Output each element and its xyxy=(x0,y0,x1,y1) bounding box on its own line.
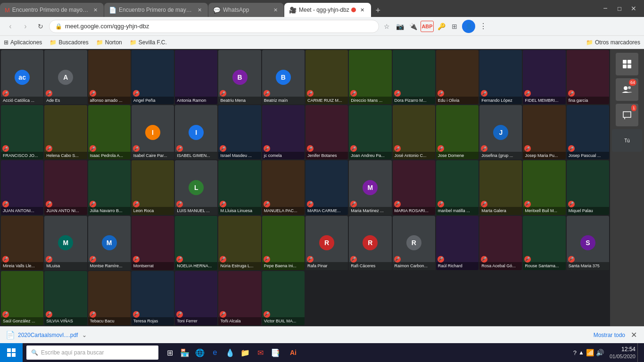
participant-cell[interactable]: M.Lluisa Linuesa🎤 xyxy=(218,160,261,214)
participant-cell[interactable]: Raúl Richard🎤 xyxy=(436,216,479,270)
help-icon[interactable]: ? xyxy=(573,349,577,356)
taskbar-icon-folder[interactable]: 📁 xyxy=(238,343,253,362)
network-icon[interactable]: 📶 xyxy=(586,349,594,356)
participant-cell[interactable]: RRafa Pinar🎤 xyxy=(305,216,348,270)
participant-cell[interactable]: RRafi Cáceres🎤 xyxy=(349,216,391,270)
participant-cell[interactable]: MMLuisa🎤 xyxy=(44,216,87,270)
taskbar-icon-chrome[interactable]: 🌐 xyxy=(192,343,207,362)
tab-meet[interactable]: 🎥 Meet - qgg-yhjn-dbz ✕ xyxy=(284,3,371,17)
participant-cell[interactable]: BBeatriz maín🎤 xyxy=(262,50,305,104)
participant-cell[interactable]: Isaac Pedrola A...🎤 xyxy=(88,105,131,159)
grid-icon[interactable]: ⊞ xyxy=(449,21,460,32)
participant-cell[interactable]: José Antonio C...🎤 xyxy=(393,105,435,159)
taskbar-icon-task[interactable]: ⊞ xyxy=(162,343,177,362)
participant-cell[interactable]: Marta Galera🎤 xyxy=(479,160,522,214)
participant-cell[interactable]: Saúl González ...🎤 xyxy=(1,271,43,325)
participant-cell[interactable]: Josep Pascual ...🎤 xyxy=(567,105,609,159)
participant-cell[interactable]: FRANCISCO JO...🎤 xyxy=(1,105,43,159)
extensions-icon[interactable]: 🔌 xyxy=(407,21,419,32)
participant-cell[interactable]: Rouse Santama...🎤 xyxy=(523,216,565,270)
tab-docs[interactable]: 📄 Encuentro Primero de mayo 202... ✕ xyxy=(104,3,208,17)
grid-view-button[interactable] xyxy=(616,53,638,75)
start-button[interactable] xyxy=(0,343,23,362)
participant-cell[interactable]: Montserrat🎤 xyxy=(132,216,174,270)
participant-cell[interactable]: Teresa Rojas🎤 xyxy=(132,271,174,325)
participant-cell[interactable]: Núria Estruga L...🎤 xyxy=(218,216,261,270)
taskbar-icon-dropbox[interactable]: 💧 xyxy=(223,343,238,362)
taskbar-icon-pdf[interactable]: 📑 xyxy=(268,343,283,362)
tab-whatsapp[interactable]: 💬 WhatsApp ✕ xyxy=(208,3,284,17)
participant-cell[interactable]: Pepe Baena Ini...🎤 xyxy=(262,216,305,270)
participant-cell[interactable]: SILVIA VIÑAS🎤 xyxy=(44,271,87,325)
bookmark-otros[interactable]: 📁 Otros marcadores xyxy=(586,39,640,46)
participant-cell[interactable]: MARIA ROSARI...🎤 xyxy=(393,160,435,214)
taskbar-icon-explorer[interactable]: e xyxy=(207,343,223,362)
show-all-button[interactable]: Mostrar todo xyxy=(594,332,625,338)
participant-cell[interactable]: CARME RUIZ M...🎤 xyxy=(305,50,348,104)
participant-cell[interactable]: Antonia Ramon xyxy=(175,50,217,104)
participant-cell[interactable]: MMontse Ramíre...🎤 xyxy=(88,216,131,270)
participant-cell[interactable]: MARIA CARME...🎤 xyxy=(305,160,348,214)
new-tab-button[interactable]: + xyxy=(372,4,385,17)
taskbar-icon-store[interactable]: 🏪 xyxy=(177,343,192,362)
participant-cell[interactable]: MANUELA PAC...🎤 xyxy=(262,160,305,214)
participant-cell[interactable]: JJosefina (grup ...🎤 xyxy=(479,105,522,159)
tab-whatsapp-close[interactable]: ✕ xyxy=(272,6,279,14)
profile-avatar[interactable]: 👤 xyxy=(462,20,475,33)
participant-cell[interactable]: Mireia Valls Lle...🎤 xyxy=(1,216,43,270)
show-desktop-button[interactable] xyxy=(637,343,640,362)
participant-cell[interactable]: Angel Peña🎤 xyxy=(132,50,174,104)
participant-cell[interactable]: Tebacu Bacu🎤 xyxy=(88,271,131,325)
participant-cell[interactable]: MMaria Martinez ...🎤 xyxy=(349,160,391,214)
tab-gmail[interactable]: M Encuentro Primero de mayo 202... ✕ xyxy=(0,3,104,17)
participant-cell[interactable]: Dora Pizarro M...🎤 xyxy=(393,50,435,104)
more-extensions[interactable]: 🔑 xyxy=(436,21,447,32)
participant-cell[interactable]: alfonso amado ...🎤 xyxy=(88,50,131,104)
participant-cell[interactable]: Toni Ferrer🎤 xyxy=(175,271,217,325)
taskbar-clock[interactable]: 12:54 01/05/2020 xyxy=(610,346,636,360)
participant-cell[interactable]: Júlia Navarro B...🎤 xyxy=(88,160,131,214)
participant-cell[interactable]: Victor BUIL MA...🎤 xyxy=(262,271,305,325)
self-view[interactable]: Tú xyxy=(612,129,642,152)
arrow-up-icon[interactable]: ▲ xyxy=(578,349,584,356)
participant-cell[interactable]: NOELIA HERNA...🎤 xyxy=(175,216,217,270)
bookmark-aplicaciones[interactable]: ⊞ Aplicaciones xyxy=(4,39,42,46)
forward-button[interactable]: › xyxy=(19,20,32,33)
maximize-button[interactable]: ◻ xyxy=(613,2,626,15)
participant-cell[interactable]: Joan Andreu Pa...🎤 xyxy=(349,105,391,159)
participant-cell[interactable]: Meritxell Buil M...🎤 xyxy=(523,160,565,214)
menu-button[interactable]: ⋮ xyxy=(477,21,488,32)
participant-cell[interactable]: Direccio Mans ...🎤 xyxy=(349,50,391,104)
tab-docs-close[interactable]: ✕ xyxy=(196,6,203,14)
back-button[interactable]: ‹ xyxy=(4,20,17,33)
participant-cell[interactable]: BBeatriu Mena🎤 xyxy=(218,50,261,104)
volume-icon[interactable]: 🔊 xyxy=(596,349,604,356)
camera-icon[interactable]: 📷 xyxy=(394,21,405,32)
tab-gmail-close[interactable]: ✕ xyxy=(91,6,99,14)
participant-cell[interactable]: FIDEL MEMBRI...🎤 xyxy=(523,50,565,104)
participant-cell[interactable]: Rosa Acebal Gó...🎤 xyxy=(479,216,522,270)
participants-button[interactable]: 64 xyxy=(616,78,638,101)
tab-meet-close[interactable]: ✕ xyxy=(359,6,366,14)
participant-cell[interactable]: RRaimon Carbon...🎤 xyxy=(393,216,435,270)
participant-cell[interactable]: IIsabel Caire Par...🎤 xyxy=(132,105,174,159)
participant-cell[interactable]: acAcció Catòlica ...🎤 xyxy=(1,50,43,104)
minimize-button[interactable]: − xyxy=(599,2,612,15)
bookmark-icon[interactable]: ☆ xyxy=(381,21,392,32)
participant-cell[interactable]: maribel matilla ...🎤 xyxy=(436,160,479,214)
bookmark-norton[interactable]: 📁 Norton xyxy=(96,39,122,46)
participant-cell[interactable]: fina garcia🎤 xyxy=(567,50,609,104)
participant-cell[interactable]: Jenifer Botanes🎤 xyxy=(305,105,348,159)
taskbar-search[interactable]: 🔍 Escribe aquí para buscar xyxy=(26,346,158,360)
download-chevron[interactable]: ⌄ xyxy=(80,330,89,340)
download-filename[interactable]: 2020CartaalsmovI....pdf xyxy=(18,332,78,338)
participant-cell[interactable]: Edu i Olivia🎤 xyxy=(436,50,479,104)
address-bar[interactable]: 🔒 meet.google.com/qgg-yhjn-dbz xyxy=(49,20,379,33)
participant-cell[interactable]: SSanta Maria 375🎤 xyxy=(567,216,609,270)
reload-button[interactable]: ↻ xyxy=(34,20,47,33)
participant-cell[interactable]: Fernando López🎤 xyxy=(479,50,522,104)
participant-cell[interactable]: AAde Es🎤 xyxy=(44,50,87,104)
participant-cell[interactable]: JUAN ANTONI...🎤 xyxy=(1,160,43,214)
adblock-icon[interactable]: ABP xyxy=(421,21,434,32)
participant-cell[interactable]: JUAN ANTO NI...🎤 xyxy=(44,160,87,214)
